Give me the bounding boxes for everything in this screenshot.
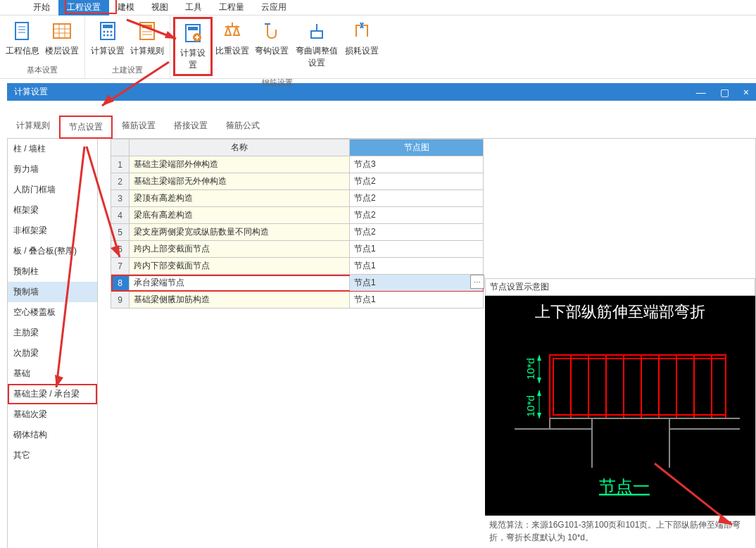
panel-maximize-icon[interactable]: ▢ bbox=[720, 87, 729, 98]
table-row[interactable]: 7跨内下部变截面节点节点1 bbox=[111, 258, 484, 275]
subtab-node-settings[interactable]: 节点设置 bbox=[59, 116, 113, 139]
sidebar-item[interactable]: 主肋梁 bbox=[8, 323, 97, 343]
menu-view[interactable]: 视图 bbox=[143, 0, 177, 15]
menu-cloud[interactable]: 云应用 bbox=[253, 0, 295, 15]
sidebar-item[interactable]: 非框架梁 bbox=[8, 220, 97, 241]
table-row[interactable]: 3梁顶有高差构造节点2 bbox=[111, 190, 484, 207]
ribbon-calc-settings[interactable]: 计算设置 bbox=[88, 17, 127, 63]
row-node[interactable]: 节点2 bbox=[350, 190, 484, 207]
panel-minimize-icon[interactable]: — bbox=[696, 87, 706, 98]
diagram-node-label: 节点一 bbox=[599, 478, 650, 496]
table-row[interactable]: 1基础主梁端部外伸构造节点3 bbox=[111, 156, 484, 173]
ribbon-weight-settings[interactable]: 比重设置 bbox=[213, 17, 252, 76]
table-row[interactable]: 4梁底有高差构造节点2 bbox=[111, 207, 484, 224]
sidebar-item[interactable]: 人防门框墙 bbox=[8, 180, 97, 200]
svg-rect-4 bbox=[53, 24, 70, 38]
row-name: 基础梁侧腋加筋构造 bbox=[130, 292, 350, 309]
svg-marker-52 bbox=[537, 413, 541, 418]
svg-rect-18 bbox=[142, 25, 152, 28]
row-node[interactable]: 节点1 bbox=[350, 241, 484, 258]
row-name: 跨内上部变截面节点 bbox=[130, 241, 350, 258]
ribbon-hook-settings[interactable]: 弯钩设置 bbox=[252, 17, 291, 76]
menubar: 开始 工程设置 建模 视图 工具 工程量 云应用 bbox=[0, 0, 756, 15]
ribbon-calc-rules[interactable]: 计算规则 bbox=[127, 17, 167, 63]
svg-marker-48 bbox=[537, 355, 541, 361]
table-row[interactable]: 2基础主梁端部无外伸构造节点2 bbox=[111, 173, 484, 190]
svg-rect-22 bbox=[188, 27, 198, 30]
svg-marker-49 bbox=[537, 378, 541, 383]
sidebar-item[interactable]: 空心楼盖板 bbox=[8, 302, 97, 323]
row-node[interactable]: 节点1 bbox=[350, 292, 484, 309]
row-number: 9 bbox=[111, 292, 130, 309]
sidebar-item[interactable]: 框架梁 bbox=[8, 200, 97, 220]
svg-rect-0 bbox=[15, 23, 28, 39]
ribbon-bend-adjust-settings[interactable]: 弯曲调整值设置 bbox=[291, 17, 342, 76]
content-area: 柱 / 墙柱 剪力墙 人防门框墙 框架梁 非框架梁 板 / 叠合板(整厚) 预制… bbox=[7, 139, 756, 548]
diagram-panel: 节点设置示意图 上下部纵筋伸至端部弯折 bbox=[485, 278, 755, 547]
row-name: 梁支座两侧梁宽或纵筋数量不同构造 bbox=[130, 224, 350, 241]
menu-quantity[interactable]: 工程量 bbox=[210, 0, 253, 15]
ribbon-rebar-calc-settings[interactable]: 计算设置 bbox=[173, 17, 213, 76]
row-node[interactable]: 节点2 bbox=[350, 173, 484, 190]
ribbon-label: 损耗设置 bbox=[345, 45, 379, 57]
ribbon-project-info[interactable]: 工程信息 bbox=[3, 17, 42, 63]
row-node[interactable]: 节点2 bbox=[350, 224, 484, 241]
table-row[interactable]: 9基础梁侧腋加筋构造节点1 bbox=[111, 292, 484, 309]
category-sidebar: 柱 / 墙柱 剪力墙 人防门框墙 框架梁 非框架梁 板 / 叠合板(整厚) 预制… bbox=[8, 139, 98, 548]
ribbon-group-rebar: 计算设置 比重设置 弯钩设置 弯曲调整值设置 损耗设置 钢筋设置 bbox=[170, 15, 384, 78]
sidebar-item[interactable]: 砌体结构 bbox=[8, 425, 97, 445]
ribbon: 工程信息 楼层设置 基本设置 计算设置 计算规则 土建设置 计算设置 bbox=[0, 15, 756, 79]
menu-start[interactable]: 开始 bbox=[25, 0, 58, 15]
expand-icon[interactable]: ⋯ bbox=[470, 275, 484, 289]
diagram-heading: 上下部纵筋伸至端部弯折 bbox=[491, 301, 750, 323]
ribbon-floor-settings[interactable]: 楼层设置 bbox=[42, 17, 82, 63]
sidebar-item[interactable]: 预制柱 bbox=[8, 261, 97, 282]
svg-point-11 bbox=[103, 31, 106, 33]
menu-tools[interactable]: 工具 bbox=[177, 0, 210, 15]
row-number: 3 bbox=[111, 190, 130, 207]
row-name: 承台梁端节点 bbox=[130, 275, 350, 292]
row-number: 7 bbox=[111, 258, 130, 275]
svg-rect-26 bbox=[311, 31, 322, 38]
svg-rect-10 bbox=[103, 25, 113, 28]
diagram-svg: 10*d 10*d 节点一 bbox=[500, 327, 740, 503]
ribbon-label: 计算设置 bbox=[177, 47, 209, 71]
row-node[interactable]: 节点1⋯ bbox=[350, 275, 484, 292]
sidebar-item[interactable]: 板 / 叠合板(整厚) bbox=[8, 241, 97, 261]
sidebar-item[interactable]: 基础次梁 bbox=[8, 404, 97, 425]
sidebar-item[interactable]: 其它 bbox=[8, 445, 97, 466]
svg-point-12 bbox=[107, 31, 109, 33]
table-row[interactable]: 6跨内上部变截面节点节点1 bbox=[111, 241, 484, 258]
subtabs: 计算规则 节点设置 箍筋设置 搭接设置 箍筋公式 bbox=[7, 115, 756, 139]
sidebar-item[interactable]: 次肋梁 bbox=[8, 343, 97, 363]
ribbon-label: 弯钩设置 bbox=[255, 45, 289, 57]
calc-blue-icon bbox=[96, 20, 119, 42]
row-node[interactable]: 节点1 bbox=[350, 258, 484, 275]
table-row[interactable]: 5梁支座两侧梁宽或纵筋数量不同构造节点2 bbox=[111, 224, 484, 241]
sidebar-item[interactable]: 柱 / 墙柱 bbox=[8, 139, 97, 159]
panel-close-icon[interactable]: × bbox=[743, 87, 749, 98]
dim-label-1: 10*d bbox=[524, 358, 536, 380]
col-rownum bbox=[111, 139, 130, 156]
row-node[interactable]: 节点3 bbox=[350, 156, 484, 173]
subtab-calc-rules[interactable]: 计算规则 bbox=[7, 115, 59, 138]
weight-icon bbox=[221, 20, 244, 42]
menu-project-settings[interactable]: 工程设置 bbox=[58, 0, 109, 15]
sidebar-item-foundation-main-beam[interactable]: 基础主梁 / 承台梁 bbox=[8, 384, 97, 404]
ribbon-group-civil: 计算设置 计算规则 土建设置 bbox=[85, 15, 170, 78]
table-row[interactable]: 8承台梁端节点节点1⋯ bbox=[111, 275, 484, 292]
subtab-stirrup-settings[interactable]: 箍筋设置 bbox=[113, 115, 165, 138]
ribbon-label: 工程信息 bbox=[6, 45, 39, 57]
ribbon-group-basic: 工程信息 楼层设置 基本设置 bbox=[0, 15, 85, 78]
sidebar-item[interactable]: 剪力墙 bbox=[8, 159, 97, 180]
sidebar-item[interactable]: 预制墙 bbox=[8, 282, 97, 302]
row-node[interactable]: 节点2 bbox=[350, 207, 484, 224]
menu-modeling[interactable]: 建模 bbox=[109, 0, 143, 15]
ribbon-label: 计算规则 bbox=[130, 45, 164, 57]
sidebar-item[interactable]: 基础 bbox=[8, 363, 97, 384]
ribbon-label: 弯曲调整值设置 bbox=[293, 45, 341, 69]
diagram-canvas: 上下部纵筋伸至端部弯折 bbox=[485, 296, 755, 516]
subtab-lap-settings[interactable]: 搭接设置 bbox=[165, 115, 217, 138]
ribbon-loss-settings[interactable]: 损耗设置 bbox=[342, 17, 382, 76]
subtab-stirrup-formula[interactable]: 箍筋公式 bbox=[217, 115, 269, 138]
